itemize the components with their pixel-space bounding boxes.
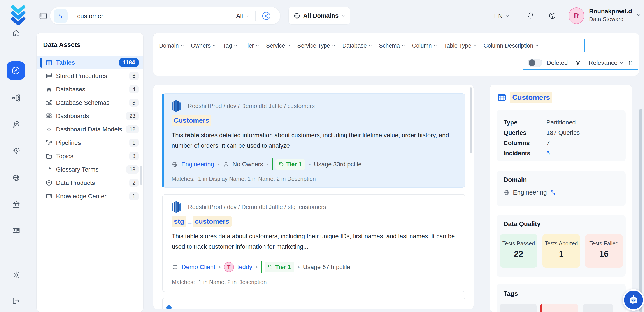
nav-lineage-icon[interactable] [12, 94, 20, 102]
tests-passed-tile[interactable]: Tests Passed 22 [500, 234, 538, 267]
domain-hierarchy-icon[interactable] [550, 190, 556, 195]
filter-tag[interactable]: Tag [223, 42, 238, 49]
divider [255, 11, 256, 21]
filter-domain[interactable]: Domain [159, 42, 184, 49]
breadcrumb[interactable]: RedshiftProd / dev / Demo dbt Jaffle / s… [188, 204, 326, 211]
asset-type-label: Topics [56, 153, 126, 160]
asset-type-database-schemas[interactable]: Database Schemas 8 [36, 96, 143, 109]
global-search-bar[interactable]: All [50, 7, 280, 25]
app-logo-icon[interactable] [8, 4, 28, 25]
user-menu-chevron-icon[interactable] [636, 13, 641, 18]
chatbot-button[interactable] [623, 289, 644, 311]
asset-type-databases[interactable]: Databases 4 [36, 83, 143, 96]
results-scrollbar-thumb[interactable] [470, 87, 472, 153]
user-avatar[interactable]: R [568, 8, 584, 24]
domain-value[interactable]: Engineering [513, 189, 547, 196]
result-domain-link[interactable]: Engineering [182, 161, 214, 168]
indicator-bar [40, 124, 42, 134]
nav-learning-icon[interactable] [12, 227, 20, 235]
filter-owners[interactable]: Owners [191, 42, 216, 49]
asset-type-topics[interactable]: Topics 3 [36, 149, 143, 163]
sort-ascending-icon[interactable]: A Z [628, 60, 633, 66]
asset-type-data-products[interactable]: Data Products 2 [36, 176, 143, 190]
owner-avatar[interactable]: T [224, 262, 234, 272]
help-icon[interactable] [548, 12, 556, 20]
asset-type-glossary-terms[interactable]: Glossary Terms 13 [36, 163, 143, 176]
breadcrumb[interactable]: RedshiftProd / dev / Demo dbt Jaffle / c… [188, 103, 315, 110]
filter-service[interactable]: Service [266, 42, 291, 49]
result-card-stg-customers[interactable]: RedshiftProd / dev / Demo dbt Jaffle / s… [162, 194, 466, 292]
search-scope-dropdown[interactable]: All [236, 7, 249, 25]
sidebar-toggle-icon[interactable] [38, 12, 48, 21]
page-scrollbar-thumb[interactable] [639, 109, 642, 312]
result-owner-link[interactable]: teddy [237, 264, 252, 271]
tests-aborted-tile[interactable]: Tests Aborted 1 [542, 234, 580, 267]
filter-service-type[interactable]: Service Type [298, 42, 336, 49]
filter-column-description[interactable]: Column Description [484, 42, 539, 49]
filter-table-type[interactable]: Table Type [444, 42, 477, 49]
filter-label: Column [412, 42, 432, 49]
deleted-toggle[interactable] [528, 59, 542, 67]
data-product-icon [45, 180, 53, 186]
result-title[interactable]: stg _ customers [172, 216, 232, 227]
asset-type-stored-procedures[interactable]: Stored Procedures 6 [36, 69, 143, 83]
chevron-down-icon [368, 44, 372, 48]
filter-schema[interactable]: Schema [379, 42, 406, 49]
asset-type-knowledge-center[interactable]: Knowledge Center 1 [36, 190, 143, 203]
user-menu[interactable]: Rounakpreet.d Data Steward [589, 8, 636, 23]
asset-type-pipelines[interactable]: Pipelines 1 [36, 136, 143, 149]
nav-governance-icon[interactable] [12, 200, 20, 209]
tile-value: 16 [585, 249, 623, 259]
language-dropdown[interactable]: EN [494, 0, 510, 32]
assets-scrollbar-thumb[interactable] [140, 166, 142, 185]
ai-search-toggle[interactable] [54, 9, 68, 23]
preview-entity-title[interactable]: Customers [510, 92, 552, 103]
notifications-bell-icon[interactable] [527, 12, 535, 20]
nav-settings-icon[interactable] [12, 271, 20, 279]
all-domains-dropdown[interactable]: All Domains [288, 7, 350, 25]
clear-search-icon[interactable] [261, 11, 272, 21]
tier-badge[interactable]: Tier 1 [272, 159, 306, 170]
nav-logout-icon[interactable] [12, 297, 20, 305]
result-card-customers[interactable]: RedshiftProd / dev / Demo dbt Jaffle / c… [162, 93, 466, 188]
deleted-toggle-label: Deleted [546, 59, 568, 66]
stat-value: 7 [546, 139, 550, 146]
pipeline-icon [45, 139, 53, 146]
sort-by-dropdown[interactable]: Relevance [589, 59, 624, 66]
result-owner[interactable]: No Owners [232, 161, 263, 168]
filter-label: Owners [191, 42, 211, 49]
nav-observability-icon[interactable] [12, 120, 20, 129]
result-domain-link[interactable]: Demo Client [182, 264, 215, 271]
asset-type-dashboards[interactable]: Dashboards 23 [36, 109, 143, 123]
chevron-down-icon [535, 44, 539, 48]
global-search-input[interactable] [77, 7, 200, 25]
matches-value: 1 in Display Name, 1 in Name, 2 in Descr… [198, 176, 316, 182]
filter-column[interactable]: Column [412, 42, 438, 49]
asset-type-dashboard-data-models[interactable]: Dashboard Data Models 12 [36, 123, 143, 136]
filter-database[interactable]: Database [342, 42, 372, 49]
nav-domains-icon[interactable] [12, 174, 20, 182]
tests-failed-tile[interactable]: Tests Failed 16 [585, 234, 623, 267]
nav-home-icon[interactable] [12, 29, 20, 37]
filter-funnel-icon[interactable] [575, 60, 581, 66]
tag-chip[interactable] [500, 304, 536, 312]
filter-label: Domain [159, 42, 179, 49]
result-title[interactable]: Customers [172, 115, 212, 125]
matches-label: Matches: [172, 176, 195, 182]
description-text: stores detailed information about custom… [172, 132, 449, 149]
nav-explore-active[interactable] [6, 61, 25, 80]
tag-chip[interactable] [540, 304, 578, 312]
tier-badge[interactable]: Tier 1 [261, 261, 294, 273]
asset-type-label: Dashboards [56, 113, 123, 120]
chevron-down-icon [505, 14, 510, 18]
asset-type-tables[interactable]: Tables 1184 [36, 56, 143, 69]
usage-percentile: Usage 33rd pctile [314, 161, 362, 168]
filter-tier[interactable]: Tier [244, 42, 260, 49]
nav-insights-icon[interactable] [12, 147, 20, 155]
incidents-count-link[interactable]: 5 [546, 150, 550, 157]
indicator-bar [40, 151, 42, 161]
globe-icon [293, 12, 301, 20]
tag-chip[interactable] [583, 304, 613, 312]
result-card-partial[interactable] [162, 297, 466, 309]
tile-value: 22 [500, 249, 538, 259]
